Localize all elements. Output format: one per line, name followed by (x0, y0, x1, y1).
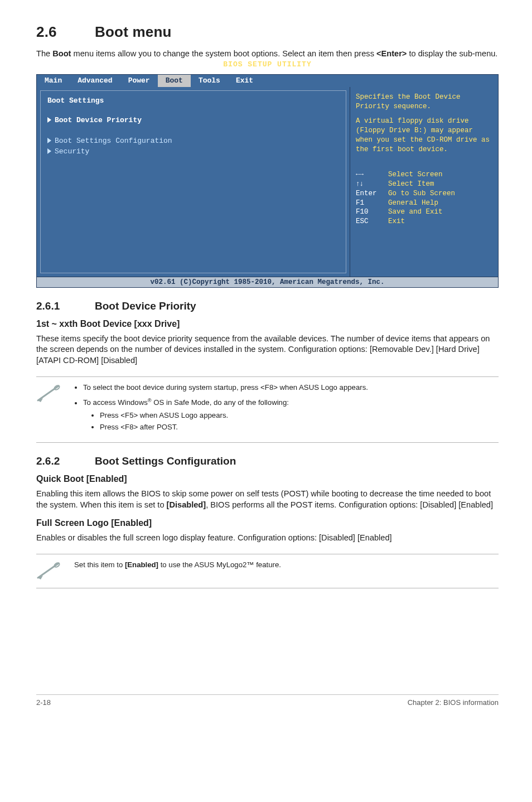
bios-tab-power: Power (120, 75, 158, 87)
subsection-number: 2.6.2 (36, 455, 95, 467)
bios-tab-main: Main (37, 75, 70, 87)
text-run: The (36, 49, 52, 58)
text-run: OS in Safe Mode, do any of the following… (152, 399, 289, 407)
bios-screenshot: BIOS SETUP UTILITY MainAdvancedPowerBoot… (36, 67, 499, 288)
note-icon (36, 383, 74, 405)
note-bullet: To select the boot device during system … (83, 383, 499, 393)
bios-pane-heading: Boot Settings (47, 96, 339, 105)
paragraph: Enables or disables the full screen logo… (36, 533, 499, 544)
paragraph: Enabling this item allows the BIOS to sk… (36, 489, 499, 510)
bios-nav-row: ESCExit (356, 217, 492, 226)
bios-tab-boot: Boot (158, 75, 191, 87)
subsection-heading: 2.6.1Boot Device Priority (36, 300, 499, 312)
bios-menu-item: Security (47, 146, 339, 157)
bios-tab-exit: Exit (228, 75, 261, 87)
bios-nav-key: ESC (356, 217, 388, 226)
note-block: To select the boot device during system … (36, 376, 499, 443)
note-content: To select the boot device during system … (74, 383, 499, 437)
triangle-right-icon (47, 148, 51, 154)
text-run: menu items allow you to change the syste… (71, 49, 376, 58)
bios-help-text-1: Specifies the Boot Device Priority seque… (356, 93, 492, 112)
bios-nav-label: Select Item (388, 180, 434, 188)
triangle-right-icon (47, 117, 51, 123)
page-section-heading: 2.6Boot menu (36, 23, 499, 41)
bios-menu-item-label: Boot Device Priority (55, 116, 142, 124)
text-run: , BIOS performs all the POST items. Conf… (206, 500, 493, 509)
page-footer: 2-18 Chapter 2: BIOS information (36, 694, 499, 707)
intro-paragraph: The Boot menu items allow you to change … (36, 49, 499, 60)
bios-nav-key: F10 (356, 207, 388, 217)
bios-nav-key: F1 (356, 199, 388, 208)
note-bullet: To access Windows® OS in Safe Mode, do a… (83, 397, 499, 432)
subsection-title: Boot Settings Configuration (95, 455, 236, 467)
text-run: to display the sub-menu. (407, 49, 497, 58)
bios-nav-key: ↑↓ (356, 180, 388, 189)
subsection-number: 2.6.1 (36, 300, 95, 312)
option-heading: Quick Boot [Enabled] (36, 474, 499, 484)
bios-menu-item: Boot Settings Configuration (47, 136, 339, 146)
bios-help-text-2: A virtual floppy disk drive (Floppy Driv… (356, 117, 492, 154)
note-sub-bullet: Press <F8> after POST. (100, 422, 499, 432)
bios-tab-bar: MainAdvancedPowerBootToolsExit (36, 74, 499, 87)
bios-nav-label: General Help (388, 199, 438, 207)
note-content: Set this item to [Enabled] to use the AS… (74, 560, 499, 570)
section-title-text: Boot menu (95, 23, 172, 40)
subsection-heading: 2.6.2Boot Settings Configuration (36, 455, 499, 467)
text-bold: Boot (52, 49, 71, 58)
divider (36, 588, 499, 588)
bios-tab-advanced: Advanced (70, 75, 120, 87)
section-number: 2.6 (36, 23, 95, 41)
bios-menu-item-label: Security (55, 147, 89, 156)
text-bold: [Disabled] (167, 500, 206, 509)
bios-left-pane: Boot Settings Boot Device PriorityBoot S… (37, 87, 350, 277)
text-bold: <Enter> (376, 49, 407, 58)
bios-menu-item: Boot Device Priority (47, 115, 339, 125)
page-number: 2-18 (36, 698, 51, 707)
bios-footer: v02.61 (C)Copyright 1985-2010, American … (36, 277, 499, 288)
bios-nav-row: F10Save and Exit (356, 207, 492, 217)
note-icon (36, 560, 74, 582)
note-sub-bullet: Press <F5> when ASUS Logo appears. (100, 410, 499, 421)
bios-help-pane: Specifies the Boot Device Priority seque… (350, 87, 498, 277)
bios-title: BIOS SETUP UTILITY (36, 60, 499, 69)
chapter-label: Chapter 2: BIOS information (408, 698, 499, 707)
subsection-title: Boot Device Priority (95, 300, 196, 312)
bios-nav-label: Exit (388, 218, 405, 225)
note-block: Set this item to [Enabled] to use the AS… (36, 554, 499, 588)
bios-nav-key: Enter (356, 189, 388, 199)
bios-nav-row: ↑↓Select Item (356, 180, 492, 189)
paragraph: These items specify the boot device prio… (36, 334, 499, 366)
text-run: Set this item to (74, 561, 125, 569)
option-heading: 1st ~ xxth Boot Device [xxx Drive] (36, 319, 499, 329)
bios-nav-legend: ←→Select Screen↑↓Select ItemEnterGo to S… (356, 170, 492, 226)
bios-body: Boot Settings Boot Device PriorityBoot S… (36, 87, 499, 277)
divider (36, 442, 499, 443)
bios-nav-row: EnterGo to Sub Screen (356, 189, 492, 199)
bios-nav-label: Save and Exit (388, 208, 443, 216)
bios-nav-label: Select Screen (388, 171, 443, 178)
bios-nav-key: ←→ (356, 170, 388, 180)
bios-nav-row: ←→Select Screen (356, 170, 492, 180)
bios-nav-label: Go to Sub Screen (388, 190, 455, 197)
text-bold: [Enabled] (125, 561, 158, 569)
text-run: To access Windows (83, 399, 148, 407)
bios-nav-row: F1General Help (356, 199, 492, 208)
text-run: to use the ASUS MyLogo2™ feature. (158, 561, 281, 569)
option-heading: Full Screen Logo [Enabled] (36, 518, 499, 528)
bios-tab-tools: Tools (191, 75, 228, 87)
bios-menu-item-label: Boot Settings Configuration (55, 137, 172, 145)
triangle-right-icon (47, 138, 51, 143)
registered-mark: ® (148, 398, 152, 403)
